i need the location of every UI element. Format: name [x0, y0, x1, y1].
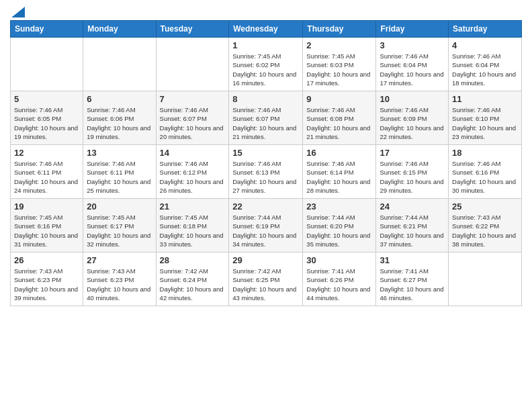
day-number: 13 [87, 148, 152, 158]
day-info: Sunrise: 7:45 AM Sunset: 6:16 PM Dayligh… [14, 213, 79, 248]
calendar-cell: 5Sunrise: 7:46 AM Sunset: 6:05 PM Daylig… [11, 91, 83, 145]
page-container: SundayMondayTuesdayWednesdayThursdayFrid… [0, 0, 532, 313]
day-info: Sunrise: 7:44 AM Sunset: 6:21 PM Dayligh… [380, 213, 445, 248]
day-number: 27 [87, 255, 152, 265]
day-number: 2 [306, 40, 372, 50]
day-number: 3 [380, 40, 445, 50]
calendar-cell: 14Sunrise: 7:46 AM Sunset: 6:12 PM Dayli… [156, 145, 229, 199]
day-number: 29 [232, 255, 299, 265]
day-info: Sunrise: 7:43 AM Sunset: 6:23 PM Dayligh… [87, 267, 152, 302]
calendar-day-header: Saturday [449, 21, 522, 38]
day-info: Sunrise: 7:46 AM Sunset: 6:12 PM Dayligh… [160, 159, 226, 195]
day-info: Sunrise: 7:46 AM Sunset: 6:04 PM Dayligh… [452, 52, 518, 87]
calendar-cell: 15Sunrise: 7:46 AM Sunset: 6:13 PM Dayli… [229, 145, 303, 199]
day-info: Sunrise: 7:44 AM Sunset: 6:20 PM Dayligh… [306, 213, 372, 248]
calendar-day-header: Sunday [11, 21, 83, 38]
calendar-cell: 11Sunrise: 7:46 AM Sunset: 6:10 PM Dayli… [449, 91, 522, 145]
calendar-cell: 6Sunrise: 7:46 AM Sunset: 6:06 PM Daylig… [83, 91, 156, 145]
calendar-cell: 20Sunrise: 7:45 AM Sunset: 6:17 PM Dayli… [83, 199, 156, 253]
day-number: 21 [160, 201, 226, 212]
calendar-day-header: Monday [83, 21, 156, 38]
calendar-cell: 30Sunrise: 7:41 AM Sunset: 6:26 PM Dayli… [303, 253, 376, 306]
day-number: 15 [232, 148, 299, 158]
day-info: Sunrise: 7:46 AM Sunset: 6:11 PM Dayligh… [87, 159, 152, 195]
day-info: Sunrise: 7:46 AM Sunset: 6:13 PM Dayligh… [232, 159, 299, 195]
day-info: Sunrise: 7:46 AM Sunset: 6:07 PM Dayligh… [160, 105, 226, 141]
day-number: 5 [14, 94, 79, 104]
calendar-cell: 24Sunrise: 7:44 AM Sunset: 6:21 PM Dayli… [376, 199, 449, 253]
day-info: Sunrise: 7:46 AM Sunset: 6:15 PM Dayligh… [380, 159, 445, 195]
day-info: Sunrise: 7:45 AM Sunset: 6:17 PM Dayligh… [87, 213, 152, 248]
logo [10, 7, 25, 15]
page-header [10, 7, 522, 15]
calendar-week-row: 19Sunrise: 7:45 AM Sunset: 6:16 PM Dayli… [11, 199, 522, 253]
calendar-week-row: 12Sunrise: 7:46 AM Sunset: 6:11 PM Dayli… [11, 145, 522, 199]
day-info: Sunrise: 7:46 AM Sunset: 6:14 PM Dayligh… [306, 159, 372, 195]
day-info: Sunrise: 7:44 AM Sunset: 6:19 PM Dayligh… [232, 213, 299, 248]
calendar-cell: 4Sunrise: 7:46 AM Sunset: 6:04 PM Daylig… [449, 38, 522, 91]
day-info: Sunrise: 7:46 AM Sunset: 6:16 PM Dayligh… [452, 159, 518, 195]
day-number: 19 [14, 201, 79, 212]
calendar-cell: 3Sunrise: 7:46 AM Sunset: 6:04 PM Daylig… [376, 38, 449, 91]
day-number: 30 [306, 255, 372, 265]
calendar-cell [11, 38, 83, 91]
calendar-cell: 7Sunrise: 7:46 AM Sunset: 6:07 PM Daylig… [156, 91, 229, 145]
calendar-cell: 19Sunrise: 7:45 AM Sunset: 6:16 PM Dayli… [11, 199, 83, 253]
day-number: 20 [87, 201, 152, 212]
day-number: 6 [87, 94, 152, 104]
logo-icon [11, 7, 25, 17]
day-number: 1 [232, 40, 299, 50]
calendar-cell: 25Sunrise: 7:43 AM Sunset: 6:22 PM Dayli… [449, 199, 522, 253]
day-number: 8 [232, 94, 299, 104]
day-info: Sunrise: 7:46 AM Sunset: 6:06 PM Dayligh… [87, 105, 152, 141]
day-number: 28 [160, 255, 226, 265]
calendar-cell: 10Sunrise: 7:46 AM Sunset: 6:09 PM Dayli… [376, 91, 449, 145]
day-info: Sunrise: 7:46 AM Sunset: 6:10 PM Dayligh… [452, 105, 518, 141]
day-number: 31 [380, 255, 445, 265]
day-info: Sunrise: 7:42 AM Sunset: 6:25 PM Dayligh… [232, 267, 299, 302]
calendar-day-header: Tuesday [156, 21, 229, 38]
calendar-day-header: Thursday [303, 21, 376, 38]
day-info: Sunrise: 7:46 AM Sunset: 6:04 PM Dayligh… [380, 52, 445, 87]
day-info: Sunrise: 7:46 AM Sunset: 6:11 PM Dayligh… [14, 159, 79, 195]
day-number: 25 [452, 201, 518, 212]
day-number: 26 [14, 255, 79, 265]
calendar-cell: 16Sunrise: 7:46 AM Sunset: 6:14 PM Dayli… [303, 145, 376, 199]
calendar-table: SundayMondayTuesdayWednesdayThursdayFrid… [10, 20, 522, 306]
day-info: Sunrise: 7:46 AM Sunset: 6:07 PM Dayligh… [232, 105, 299, 141]
day-number: 18 [452, 148, 518, 158]
day-info: Sunrise: 7:46 AM Sunset: 6:05 PM Dayligh… [14, 105, 79, 141]
day-number: 11 [452, 94, 518, 104]
calendar-cell: 8Sunrise: 7:46 AM Sunset: 6:07 PM Daylig… [229, 91, 303, 145]
day-number: 24 [380, 201, 445, 212]
calendar-cell: 1Sunrise: 7:45 AM Sunset: 6:02 PM Daylig… [229, 38, 303, 91]
calendar-cell [449, 253, 522, 306]
calendar-cell: 9Sunrise: 7:46 AM Sunset: 6:08 PM Daylig… [303, 91, 376, 145]
day-info: Sunrise: 7:45 AM Sunset: 6:02 PM Dayligh… [232, 52, 299, 87]
calendar-cell: 13Sunrise: 7:46 AM Sunset: 6:11 PM Dayli… [83, 145, 156, 199]
day-number: 9 [306, 94, 372, 104]
svg-marker-0 [11, 7, 25, 17]
calendar-cell: 29Sunrise: 7:42 AM Sunset: 6:25 PM Dayli… [229, 253, 303, 306]
day-info: Sunrise: 7:42 AM Sunset: 6:24 PM Dayligh… [160, 267, 226, 302]
calendar-cell: 22Sunrise: 7:44 AM Sunset: 6:19 PM Dayli… [229, 199, 303, 253]
calendar-day-header: Friday [376, 21, 449, 38]
day-info: Sunrise: 7:45 AM Sunset: 6:03 PM Dayligh… [306, 52, 372, 87]
calendar-cell: 23Sunrise: 7:44 AM Sunset: 6:20 PM Dayli… [303, 199, 376, 253]
day-info: Sunrise: 7:41 AM Sunset: 6:27 PM Dayligh… [380, 267, 445, 302]
calendar-cell [83, 38, 156, 91]
day-number: 23 [306, 201, 372, 212]
day-number: 10 [380, 94, 445, 104]
day-number: 17 [380, 148, 445, 158]
calendar-cell: 21Sunrise: 7:45 AM Sunset: 6:18 PM Dayli… [156, 199, 229, 253]
calendar-day-header: Wednesday [229, 21, 303, 38]
day-number: 12 [14, 148, 79, 158]
day-number: 22 [232, 201, 299, 212]
calendar-cell: 12Sunrise: 7:46 AM Sunset: 6:11 PM Dayli… [11, 145, 83, 199]
calendar-cell: 31Sunrise: 7:41 AM Sunset: 6:27 PM Dayli… [376, 253, 449, 306]
day-number: 7 [160, 94, 226, 104]
calendar-cell: 17Sunrise: 7:46 AM Sunset: 6:15 PM Dayli… [376, 145, 449, 199]
calendar-cell: 27Sunrise: 7:43 AM Sunset: 6:23 PM Dayli… [83, 253, 156, 306]
day-info: Sunrise: 7:46 AM Sunset: 6:08 PM Dayligh… [306, 105, 372, 141]
calendar-week-row: 5Sunrise: 7:46 AM Sunset: 6:05 PM Daylig… [11, 91, 522, 145]
